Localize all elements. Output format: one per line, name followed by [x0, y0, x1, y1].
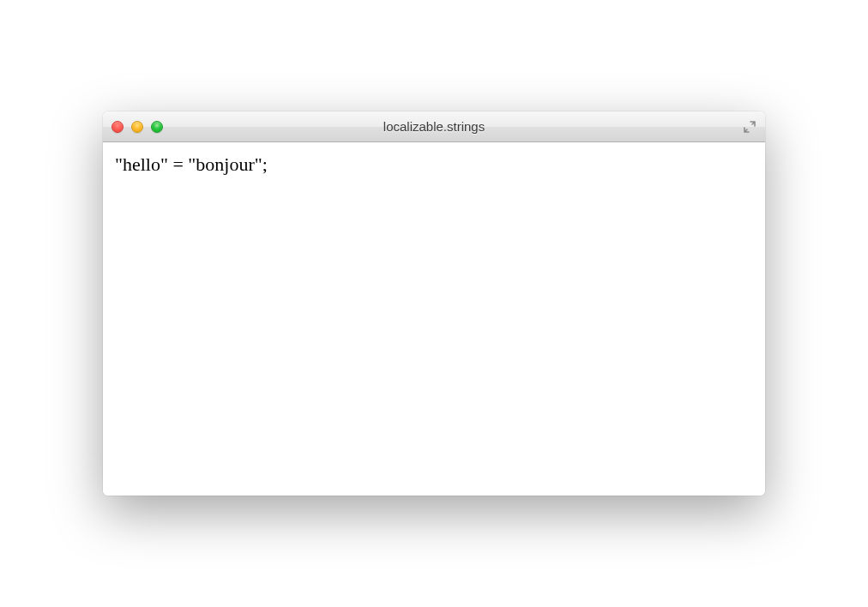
- fullscreen-icon: [743, 120, 756, 134]
- editor-content[interactable]: "hello" = "bonjour";: [103, 142, 765, 496]
- zoom-button[interactable]: [151, 121, 163, 133]
- editor-window: localizable.strings "hello" = "bonjour";: [103, 111, 765, 496]
- fullscreen-button[interactable]: [741, 118, 758, 135]
- traffic-lights: [112, 121, 163, 133]
- window-titlebar[interactable]: localizable.strings: [103, 111, 765, 142]
- close-button[interactable]: [112, 121, 124, 133]
- minimize-button[interactable]: [131, 121, 143, 133]
- window-title: localizable.strings: [103, 119, 765, 134]
